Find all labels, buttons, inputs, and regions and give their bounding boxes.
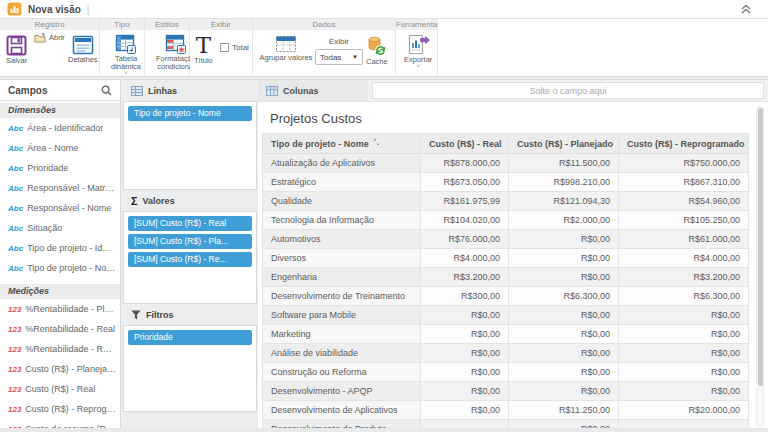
text-type-icon: Abc: [8, 224, 23, 233]
show-select-dropdown[interactable]: Todas ▼: [315, 49, 363, 65]
values-dropzone[interactable]: [SUM] Custo (R$) - Real [SUM] Custo (R$)…: [123, 211, 257, 304]
group-values-table-icon: [275, 35, 297, 53]
field-item[interactable]: 123 %Rentabilidade - Real: [0, 319, 120, 339]
value-field-chip[interactable]: [SUM] Custo (R$) - Pla...: [128, 234, 252, 249]
search-icon[interactable]: [101, 85, 112, 96]
filter-funnel-icon: [131, 310, 141, 320]
column-header[interactable]: Custo (R$) - Real: [421, 134, 509, 154]
checkbox-icon: [220, 43, 229, 52]
value-cell: R$76.000,00: [421, 230, 509, 249]
column-header[interactable]: Custo (R$) - Reprogramado: [619, 134, 749, 154]
value-cell: R$161.975,99: [421, 192, 509, 211]
value-cell: R$4.000,00: [421, 249, 509, 268]
view-title: Nova visão: [28, 4, 81, 15]
value-cell: R$750.000,00: [619, 154, 749, 173]
number-type-icon: 123: [8, 405, 21, 414]
title-T-icon: T: [196, 34, 211, 56]
field-item[interactable]: 123 %Rentabilidade - Planejado: [0, 299, 120, 319]
ribbon-group-tipo: Tipo Tabela dinâmica: [100, 19, 145, 76]
dropzone-placeholder: Solte o campo aqui: [529, 86, 606, 96]
table-row: DiversosR$4.000,00R$0,00R$4.000,00: [263, 249, 749, 268]
field-item[interactable]: Abc Tipo de projeto - Nome: [0, 258, 120, 278]
table-row: Tecnologia da InformaçãoR$104.020,00R$2.…: [263, 211, 749, 230]
field-item[interactable]: 123 Custo (R$) - Reprogramado: [0, 399, 120, 419]
columns-dropzone[interactable]: Solte o campo aqui: [372, 82, 764, 99]
table-row: Desenvolvimento - APQPR$0,00R$0,00R$0,00: [263, 382, 749, 401]
value-cell: R$998.210,00: [509, 173, 619, 192]
value-cell: R$121.094,30: [509, 192, 619, 211]
details-window-icon: [72, 35, 94, 55]
row-header-cell: Engenharia: [263, 268, 421, 287]
window-bottom-edge: [0, 428, 768, 432]
pivot-table-button[interactable]: Tabela dinâmica ˅: [111, 34, 141, 76]
value-cell: R$0,00: [619, 306, 749, 325]
open-folder-icon: [34, 33, 46, 43]
group-label: Dados: [253, 19, 395, 31]
field-item[interactable]: Abc Tipo de projeto - Identific...: [0, 238, 120, 258]
value-cell: R$11.250,00: [509, 401, 619, 420]
value-field-chip[interactable]: [SUM] Custo (R$) - Re...: [128, 252, 252, 267]
save-button[interactable]: Salvar: [6, 35, 27, 65]
pivot-table-icon: [115, 34, 137, 54]
value-cell: R$104.020,00: [421, 211, 509, 230]
column-header-sortable[interactable]: Tipo de projeto - Nome: [263, 134, 421, 154]
details-button[interactable]: Detalhes: [68, 35, 98, 64]
column-header[interactable]: Custo (R$) - Planejado: [509, 134, 619, 154]
field-item[interactable]: Abc Situação: [0, 218, 120, 238]
text-type-icon: Abc: [8, 124, 23, 133]
field-item[interactable]: 123 Custo (R$) - Real: [0, 379, 120, 399]
field-item[interactable]: Abc Responsável - Nome: [0, 198, 120, 218]
value-cell: R$0,00: [509, 306, 619, 325]
main-area: Colunas Solte o campo aqui Projetos Cust…: [258, 79, 768, 432]
ribbon-group-ferramenta: Ferramenta Exportar ˅: [396, 19, 438, 76]
row-header-cell: Atualização de Aplicativos: [263, 154, 421, 173]
ribbon-group-estilos: Estilos Formatação condic: [145, 19, 190, 76]
row-header-cell: Software para Mobile: [263, 306, 421, 325]
filters-dropzone[interactable]: Prioridade: [123, 325, 257, 412]
number-type-icon: 123: [8, 345, 21, 354]
field-item[interactable]: Abc Responsável - Matrícula: [0, 178, 120, 198]
sort-icon: [373, 138, 380, 146]
pivot-content: Projetos Custos Tipo de projeto - Nome C…: [258, 102, 768, 432]
pivot-table: Tipo de projeto - Nome Custo (R$) - Real…: [262, 133, 749, 432]
group-label: Ferramenta: [396, 19, 437, 31]
scrollbar-thumb[interactable]: [758, 108, 763, 386]
rows-dropzone[interactable]: Tipo de projeto - Nome: [123, 101, 257, 190]
rows-shelf-header: Linhas: [123, 80, 257, 101]
filter-field-chip[interactable]: Prioridade: [128, 330, 252, 345]
value-cell: R$0,00: [421, 325, 509, 344]
number-type-icon: 123: [8, 325, 21, 334]
text-type-icon: Abc: [8, 204, 23, 213]
value-field-chip[interactable]: [SUM] Custo (R$) - Real: [128, 216, 252, 231]
show-label: Exibir: [329, 37, 349, 46]
number-type-icon: 123: [8, 385, 21, 394]
app-logo-chart-icon: [7, 2, 22, 16]
collapse-ribbon-icon[interactable]: [740, 3, 752, 15]
field-item[interactable]: Abc Área - Identificador: [0, 118, 120, 138]
vertical-scrollbar[interactable]: [756, 105, 764, 427]
ribbon-group-registro: Registro Salvar Abrir: [0, 19, 100, 76]
field-item[interactable]: Abc Prioridade: [0, 158, 120, 178]
cache-button[interactable]: Cache: [366, 36, 388, 66]
row-header-cell: Desenvolvimento de Treinamento: [263, 287, 421, 306]
table-row: EngenhariaR$3.200,00R$0,00R$3.200,00: [263, 268, 749, 287]
row-field-chip[interactable]: Tipo de projeto - Nome: [128, 106, 252, 121]
table-row: Software para MobileR$0,00R$0,00R$0,00: [263, 306, 749, 325]
total-checkbox[interactable]: Total: [220, 43, 249, 52]
title-bar: Nova visão |: [0, 0, 768, 19]
value-cell: R$6.300,00: [509, 287, 619, 306]
field-item[interactable]: Abc Área - Nome: [0, 138, 120, 158]
value-cell: R$673.050,00: [421, 173, 509, 192]
table-row: Desenvolvimento de AplicativosR$0,00R$11…: [263, 401, 749, 420]
export-button[interactable]: Exportar ˅: [404, 34, 432, 69]
open-button[interactable]: Abrir: [34, 33, 65, 43]
field-item[interactable]: 123 Custo (R$) - Planejado: [0, 359, 120, 379]
title-toggle-button[interactable]: T Título: [194, 34, 213, 65]
filters-shelf-header: Filtros: [123, 304, 257, 325]
row-header-cell: Análise de viabilidade: [263, 344, 421, 363]
field-item[interactable]: 123 %Rentabilidade - Reprogr...: [0, 339, 120, 359]
table-header-row: Tipo de projeto - Nome Custo (R$) - Real…: [263, 134, 749, 154]
group-values-button[interactable]: Agrupar valores: [258, 35, 314, 62]
value-cell: R$0,00: [619, 363, 749, 382]
value-cell: R$0,00: [619, 382, 749, 401]
